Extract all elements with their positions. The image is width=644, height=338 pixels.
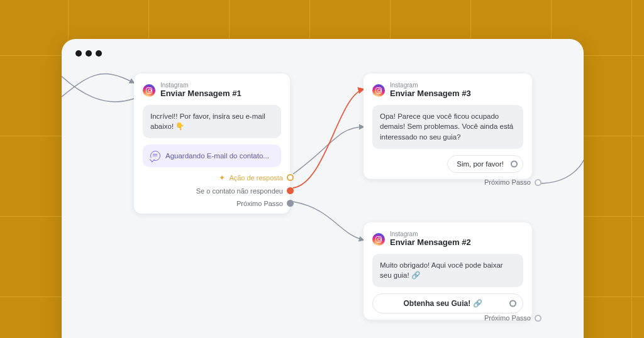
card-header: Instagram Enviar Mensagem #1 — [143, 82, 281, 99]
port-no-reply[interactable]: Se o contato não respondeu — [196, 187, 281, 195]
cta-link-button[interactable]: Obtenha seu Guia! 🔗 — [372, 293, 523, 313]
chat-icon — [150, 151, 160, 161]
port-label: Próximo Passo — [484, 314, 531, 322]
card-header: Instagram Enviar Mensagem #3 — [372, 82, 523, 99]
port-dot[interactable] — [287, 200, 294, 207]
window-dot — [75, 50, 82, 57]
port-dot[interactable] — [535, 315, 541, 322]
zap-icon: ✦ — [219, 173, 225, 182]
instagram-icon — [372, 84, 385, 97]
port-label: Ação de resposta — [229, 174, 283, 182]
window-dot — [96, 50, 102, 57]
card-header: Instagram Enviar Mensagem #2 — [372, 231, 523, 248]
port-next-step[interactable]: Próximo Passo — [484, 178, 541, 186]
instagram-icon — [143, 84, 155, 97]
waiting-email-step[interactable]: Aguardando E-mail do contato... — [143, 144, 281, 167]
port-label: Próximo Passo — [484, 178, 531, 186]
option-label: Sim, por favor! — [457, 160, 504, 168]
port-dot[interactable] — [287, 187, 294, 194]
port-action-response[interactable]: ✦ Ação de resposta — [219, 173, 281, 182]
port-dot[interactable] — [287, 174, 294, 181]
flow-node-msg1[interactable]: Instagram Enviar Mensagem #1 Incrível!! … — [134, 74, 290, 214]
platform-label: Instagram — [160, 82, 242, 89]
port-next-step[interactable]: Próximo Passo — [236, 200, 281, 207]
waiting-label: Aguardando E-mail do contato... — [165, 152, 269, 160]
card-title: Enviar Mensagem #1 — [160, 89, 242, 99]
cta-label: Obtenha seu Guia! 🔗 — [403, 299, 482, 308]
window-dot — [86, 50, 92, 57]
message-bubble: Muito obrigado! Aqui você pode baixar se… — [372, 254, 523, 287]
port-dot[interactable] — [511, 160, 518, 167]
message-bubble: Incrível!! Por favor, insira seu e-mail … — [143, 105, 281, 138]
platform-label: Instagram — [390, 82, 471, 89]
port-next-step[interactable]: Próximo Passo — [484, 314, 541, 322]
output-ports: ✦ Ação de resposta Se o contato não resp… — [143, 173, 281, 207]
port-label: Se o contato não respondeu — [196, 187, 283, 195]
reply-option-button[interactable]: Sim, por favor! — [447, 155, 523, 173]
window-controls — [75, 50, 102, 57]
flow-node-msg2[interactable]: Instagram Enviar Mensagem #2 Muito obrig… — [364, 222, 532, 320]
card-title: Enviar Mensagem #3 — [390, 89, 471, 99]
port-label: Próximo Passo — [236, 200, 283, 207]
message-bubble: Opa! Parece que você ficou ocupado demai… — [372, 105, 523, 149]
instagram-icon — [372, 233, 385, 246]
card-title: Enviar Mensagem #2 — [390, 237, 471, 248]
flow-node-msg3[interactable]: Instagram Enviar Mensagem #3 Opa! Parece… — [364, 74, 532, 179]
app-window: Instagram Enviar Mensagem #1 Incrível!! … — [62, 39, 584, 338]
port-dot[interactable] — [509, 300, 516, 307]
port-dot[interactable] — [535, 179, 541, 186]
platform-label: Instagram — [390, 231, 471, 237]
